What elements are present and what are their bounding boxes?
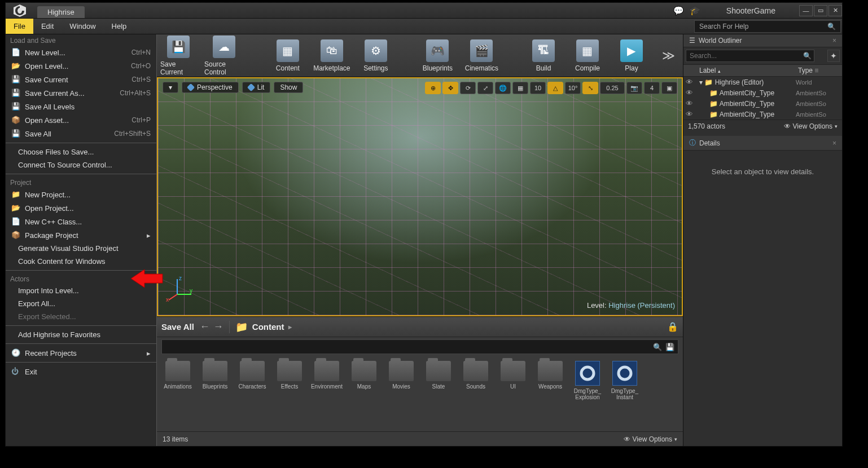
file-menu-new-level[interactable]: 📄New Level...Ctrl+N [6, 46, 156, 59]
viewport-grid-value[interactable]: 10 [530, 82, 546, 94]
viewport-angle-snap[interactable]: △ [547, 82, 563, 94]
file-menu-add-favorites[interactable]: Add Highrise to Favorites [6, 328, 156, 341]
help-search-input[interactable]: Search For Help 🔍 [694, 20, 841, 33]
viewport-camera-speed[interactable]: 📷 [626, 82, 642, 94]
viewport-perspective-button[interactable]: Perspective [182, 82, 239, 93]
details-tab[interactable]: ⓘ Details × [683, 136, 842, 151]
viewport-options-button[interactable]: ▾ [163, 82, 178, 93]
toolbar-content[interactable]: ▦Content [270, 39, 306, 72]
content-lock-icon[interactable]: 🔒 [667, 321, 678, 332]
outliner-col-label[interactable]: Label▴ [688, 67, 798, 74]
viewport-tool-coord[interactable]: 🌐 [495, 82, 511, 94]
maximize-button[interactable]: ▭ [814, 5, 827, 16]
content-folder[interactable]: Slate [423, 361, 454, 427]
minimize-button[interactable]: — [799, 5, 813, 16]
content-folder[interactable]: Environment [312, 361, 342, 427]
content-folder[interactable]: Effects [274, 361, 305, 427]
content-save-all[interactable]: Save All [161, 322, 194, 332]
viewport-tool-translate[interactable]: ✥ [442, 82, 458, 94]
close-button[interactable]: ✕ [828, 5, 842, 16]
content-filter-input[interactable]: 🔍 💾 [161, 339, 678, 354]
file-menu-import-into-level[interactable]: Import Into Level... [6, 284, 156, 297]
menu-help[interactable]: Help [104, 19, 135, 34]
viewport-show-button[interactable]: Show [274, 82, 303, 93]
content-folder[interactable]: Movies [386, 361, 417, 427]
outliner-row[interactable]: 👁📁 AmbientCity_TypeAmbientSo [683, 98, 842, 109]
content-folder[interactable]: Sounds [461, 361, 491, 427]
folder-label: Maps [357, 383, 371, 390]
content-asset[interactable]: DmgType_​Instant [610, 361, 640, 427]
file-menu-exit[interactable]: ⏻Exit [6, 365, 156, 378]
file-menu-save-current[interactable]: 💾Save CurrentCtrl+S [6, 73, 156, 86]
content-nav-back[interactable]: ← [200, 321, 210, 333]
file-menu-generate-vs-project[interactable]: Generate Visual Studio Project [6, 242, 156, 255]
viewport-camera-value[interactable]: 4 [644, 82, 660, 94]
file-menu-recent-projects[interactable]: 🕘Recent Projects▸ [6, 346, 156, 360]
menu-window[interactable]: Window [62, 19, 103, 34]
toolbar-save-current[interactable]: 💾Save Current [160, 36, 196, 76]
outliner-add-button[interactable]: ✦ [827, 50, 840, 62]
visibility-eye-icon[interactable]: 👁 [686, 110, 696, 118]
viewport-tool-select[interactable]: ⊕ [425, 82, 441, 94]
viewport-lit-button[interactable]: Lit [242, 82, 271, 93]
content-folder[interactable]: Characters [237, 361, 268, 427]
outliner-row[interactable]: 👁📁 AmbientCity_TypeAmbientSo [683, 87, 842, 98]
title-tab[interactable]: Highrise [37, 6, 85, 18]
content-folder[interactable]: Weapons [535, 361, 565, 427]
file-menu-connect-source-control[interactable]: Connect To Source Control... [6, 158, 156, 171]
viewport-tool-scale[interactable]: ⤢ [477, 82, 493, 94]
viewport-angle-value[interactable]: 10° [565, 82, 581, 94]
content-asset[interactable]: DmgType_​Explosion [572, 361, 603, 427]
file-menu-save-all[interactable]: 💾Save AllCtrl+Shift+S [6, 127, 156, 140]
toolbar-cinematics[interactable]: 🎬Cinematics [463, 39, 499, 72]
toolbar-blueprints[interactable]: 🎮Blueprints [419, 39, 455, 72]
viewport-scale-value[interactable]: 0.25 [600, 82, 625, 94]
close-tab-icon[interactable]: × [832, 37, 836, 45]
file-menu-new-project[interactable]: 📁New Project... [6, 188, 156, 201]
file-menu-save-all-levels[interactable]: 💾Save All Levels [6, 100, 156, 113]
file-menu-export-all[interactable]: Export All... [6, 297, 156, 310]
toolbar-source-control[interactable]: ☁Source Control [204, 36, 244, 76]
toolbar-marketplace[interactable]: 🛍Marketplace [314, 39, 350, 72]
outliner-search-input[interactable] [686, 50, 814, 62]
menu-edit[interactable]: Edit [33, 19, 62, 34]
content-folder[interactable]: Animations [163, 361, 193, 427]
outliner-view-options[interactable]: 👁 View Options ▾ [784, 122, 838, 130]
viewport-scale-snap[interactable]: ⤡ [582, 82, 598, 94]
viewport-maximize[interactable]: ▣ [661, 82, 677, 94]
file-menu-open-level[interactable]: 📂Open Level...Ctrl+O [6, 59, 156, 73]
graduation-icon[interactable]: 🎓 [690, 6, 700, 16]
visibility-eye-icon[interactable]: 👁 [686, 89, 696, 97]
file-menu-open-project[interactable]: 📂Open Project... [6, 201, 156, 215]
world-outliner-tab[interactable]: ☰ World Outliner × [683, 34, 842, 47]
file-menu-open-asset[interactable]: 📦Open Asset...Ctrl+P [6, 113, 156, 127]
visibility-eye-icon[interactable]: 👁 [686, 99, 696, 108]
visibility-eye-icon[interactable]: 👁 [686, 78, 696, 86]
menu-file[interactable]: File [6, 19, 33, 34]
content-folder[interactable]: Blueprints [200, 361, 230, 427]
content-view-options[interactable]: 👁 View Options ▾ [624, 435, 677, 443]
file-menu-save-current-as[interactable]: 💾Save Current As...Ctrl+Alt+S [6, 86, 156, 100]
file-menu-choose-files[interactable]: Choose Files to Save... [6, 145, 156, 158]
file-menu-cook-content[interactable]: Cook Content for Windows [6, 255, 156, 268]
toolbar-overflow[interactable]: ≫ [657, 48, 680, 63]
file-menu-package-project[interactable]: 📦Package Project▸ [6, 228, 156, 242]
toolbar-play[interactable]: ▶Play [613, 39, 650, 72]
content-nav-forward[interactable]: → [213, 321, 223, 333]
outliner-row[interactable]: 👁▾ 📁 Highrise (Editor)World [683, 77, 842, 87]
viewport-tool-rotate[interactable]: ⟳ [460, 82, 476, 94]
viewport-grid-snap[interactable]: ▦ [512, 82, 528, 94]
close-tab-icon[interactable]: × [832, 139, 836, 147]
toolbar-compile[interactable]: ▦Compile [569, 39, 606, 72]
outliner-row[interactable]: 👁📁 AmbientCity_TypeAmbientSo [683, 109, 842, 120]
content-folder[interactable]: Maps [349, 361, 379, 427]
level-viewport[interactable]: ▾ Perspective Lit Show ⊕ ✥ ⟳ ⤢ 🌐 ▦ 10 △ … [157, 77, 683, 316]
toolbar-build[interactable]: 🏗Build [525, 39, 562, 72]
content-folder[interactable]: UI [498, 361, 528, 427]
file-menu-new-cpp-class[interactable]: 📄New C++ Class... [6, 215, 156, 228]
toolbar-settings[interactable]: ⚙Settings [358, 39, 394, 72]
chat-icon[interactable]: 💬 [673, 6, 684, 16]
content-filter-save-icon[interactable]: 💾 [665, 343, 674, 351]
content-path[interactable]: Content [252, 322, 284, 332]
outliner-col-type[interactable]: Type ≡ [798, 67, 838, 74]
